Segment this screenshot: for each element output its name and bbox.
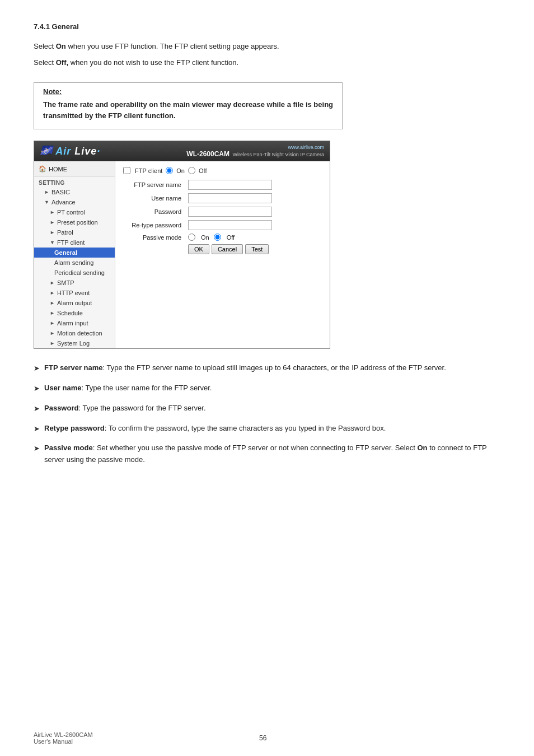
- sidebar-item-basic[interactable]: ► BASIC: [34, 187, 115, 197]
- sidebar-httpevent-label: HTTP event: [57, 290, 90, 296]
- sidebar-item-systemlog[interactable]: ► System Log: [34, 338, 115, 348]
- note-label: Note:: [43, 87, 333, 96]
- sidebar-item-alarmoutput[interactable]: ► Alarm output: [34, 298, 115, 308]
- ftp-off-label: Off: [199, 167, 207, 174]
- cam-widget: 🌌 Air Live· www.airlive.com WL-2600CAM W…: [34, 141, 330, 349]
- password-row: Password: [123, 207, 322, 217]
- ftp-off-radio[interactable]: [188, 167, 195, 174]
- bullet-retype-password: ➤ Retype password: To confirm the passwo…: [34, 423, 500, 435]
- sidebar-item-general[interactable]: General: [34, 248, 115, 258]
- cam-header-info: www.airlive.com WL-2600CAM Wireless Pan-…: [186, 144, 324, 158]
- arrow-right-icon: ►: [50, 209, 55, 215]
- bullet-arrow-icon: ➤: [34, 423, 40, 435]
- intro-on-bold: On: [56, 42, 66, 50]
- arrow-down-icon: ▼: [44, 199, 49, 205]
- sidebar-general-label: General: [54, 249, 77, 256]
- form-buttons: OK Cancel Test: [188, 244, 322, 254]
- arrow-right-icon: ►: [50, 280, 55, 286]
- sidebar-basic-label: BASIC: [51, 189, 70, 195]
- test-button[interactable]: Test: [245, 244, 269, 254]
- sidebar-alarmsending-label: Alarm sending: [54, 259, 93, 266]
- sidebar-motiondetection-label: Motion detection: [57, 330, 102, 337]
- sidebar-smtp-label: SMTP: [57, 279, 74, 286]
- footer-left-text: AirLive WL-2600CAM User's Manual: [34, 731, 102, 745]
- sidebar-item-presetposition[interactable]: ► Preset position: [34, 217, 115, 227]
- sidebar-ptcontrol-label: PT control: [57, 209, 85, 216]
- arrow-right-icon: ►: [50, 320, 55, 326]
- sidebar-item-periodicalsending[interactable]: Periodical sending: [34, 268, 115, 278]
- arrow-right-icon: ►: [44, 189, 49, 195]
- bullet-username: ➤ User name: Type the user name for the …: [34, 382, 500, 395]
- sidebar-patrol-label: Patrol: [57, 229, 73, 236]
- bullet-section: ➤ FTP server name: Type the FTP server n…: [34, 362, 500, 466]
- cancel-button[interactable]: Cancel: [212, 244, 243, 254]
- note-text: The frame rate and operability on the ma…: [43, 99, 333, 123]
- sidebar-item-motiondetection[interactable]: ► Motion detection: [34, 328, 115, 338]
- ftp-on-label: On: [176, 167, 185, 174]
- sidebar-home-label: HOME: [49, 166, 67, 172]
- arrow-right-icon: ►: [50, 290, 55, 296]
- sidebar-periodicalsending-label: Periodical sending: [54, 269, 105, 276]
- bullet-arrow-icon: ➤: [34, 403, 40, 415]
- sidebar-item-ptcontrol[interactable]: ► PT control: [34, 207, 115, 217]
- sidebar-item-ftpclient[interactable]: ▼ FTP client: [34, 237, 115, 248]
- sidebar-home[interactable]: 🏠 HOME: [34, 161, 115, 177]
- cam-main: FTP client On Off FTP server name User n…: [115, 161, 330, 348]
- cam-tagline: Wireless Pan-Tilt Night Vision IP Camera: [233, 152, 324, 157]
- username-input[interactable]: [188, 193, 272, 203]
- ftp-server-input[interactable]: [188, 180, 272, 190]
- passive-on-label: On: [201, 234, 209, 241]
- note-box: Note: The frame rate and operability on …: [34, 82, 343, 130]
- sidebar-item-alarmsending[interactable]: Alarm sending: [34, 258, 115, 268]
- arrow-right-icon: ►: [50, 300, 55, 306]
- arrow-down-icon: ▼: [50, 240, 55, 245]
- arrow-right-icon: ►: [50, 220, 55, 225]
- cam-body: 🏠 HOME SETTING ► BASIC ▼ Advance ► PT c: [34, 161, 330, 348]
- retype-password-input[interactable]: [188, 220, 272, 230]
- ftp-client-checkbox[interactable]: [123, 167, 130, 174]
- sidebar-ftpclient-label: FTP client: [57, 239, 85, 246]
- page-footer: AirLive WL-2600CAM User's Manual 56: [0, 731, 534, 745]
- ok-button[interactable]: OK: [188, 244, 209, 254]
- section-title: 7.4.1 General: [34, 22, 500, 31]
- bullet-password: ➤ Password: Type the password for the FT…: [34, 403, 500, 415]
- bullet-ftp-server: ➤ FTP server name: Type the FTP server n…: [34, 362, 500, 375]
- sidebar-advance-label: Advance: [51, 199, 76, 206]
- passive-on-radio[interactable]: [188, 234, 195, 241]
- passive-off-radio[interactable]: [214, 234, 221, 241]
- arrow-right-icon: ►: [50, 230, 55, 235]
- cam-site: www.airlive.com: [186, 144, 324, 150]
- sidebar-presetposition-label: Preset position: [57, 219, 98, 226]
- page-number: 56: [102, 734, 424, 742]
- cam-model: WL-2600CAM: [186, 150, 229, 158]
- sidebar-item-advance[interactable]: ▼ Advance: [34, 197, 115, 207]
- password-input[interactable]: [188, 207, 272, 217]
- sidebar-setting-label: SETTING: [34, 177, 115, 187]
- ftp-client-row: FTP client On Off: [123, 167, 322, 174]
- cam-sidebar: 🏠 HOME SETTING ► BASIC ▼ Advance ► PT c: [34, 161, 115, 348]
- ftp-on-radio[interactable]: [166, 167, 173, 174]
- sidebar-schedule-label: Schedule: [57, 310, 83, 316]
- sidebar-item-httpevent[interactable]: ► HTTP event: [34, 288, 115, 298]
- bullet-password-text: Password: Type the password for the FTP …: [44, 403, 206, 415]
- sidebar-item-schedule[interactable]: ► Schedule: [34, 308, 115, 318]
- ftp-server-label: FTP server name: [123, 181, 185, 188]
- sidebar-alarminput-label: Alarm input: [57, 320, 88, 326]
- sidebar-item-alarminput[interactable]: ► Alarm input: [34, 318, 115, 328]
- sidebar-item-patrol[interactable]: ► Patrol: [34, 227, 115, 237]
- bullet-ftp-server-text: FTP server name: Type the FTP server nam…: [44, 362, 446, 375]
- retype-password-row: Re-type password: [123, 220, 322, 230]
- arrow-right-icon: ►: [50, 310, 55, 316]
- intro-line2: Select Off, when you do not wish to use …: [34, 57, 500, 69]
- bullet-username-text: User name: Type the user name for the FT…: [44, 382, 212, 395]
- ftp-server-row: FTP server name: [123, 180, 322, 190]
- bullet-passive-mode: ➤ Passive mode: Set whether you use the …: [34, 442, 500, 466]
- bullet-retype-password-text: Retype password: To confirm the password…: [44, 423, 386, 435]
- sidebar-item-smtp[interactable]: ► SMTP: [34, 278, 115, 288]
- arrow-right-icon: ►: [50, 340, 55, 346]
- passive-mode-options: On Off: [188, 234, 235, 241]
- passive-mode-label: Passive mode: [123, 234, 185, 241]
- arrow-right-icon: ►: [50, 330, 55, 336]
- bullet-passive-mode-text: Passive mode: Set whether you use the pa…: [44, 442, 500, 466]
- ftp-client-label: FTP client: [135, 167, 162, 174]
